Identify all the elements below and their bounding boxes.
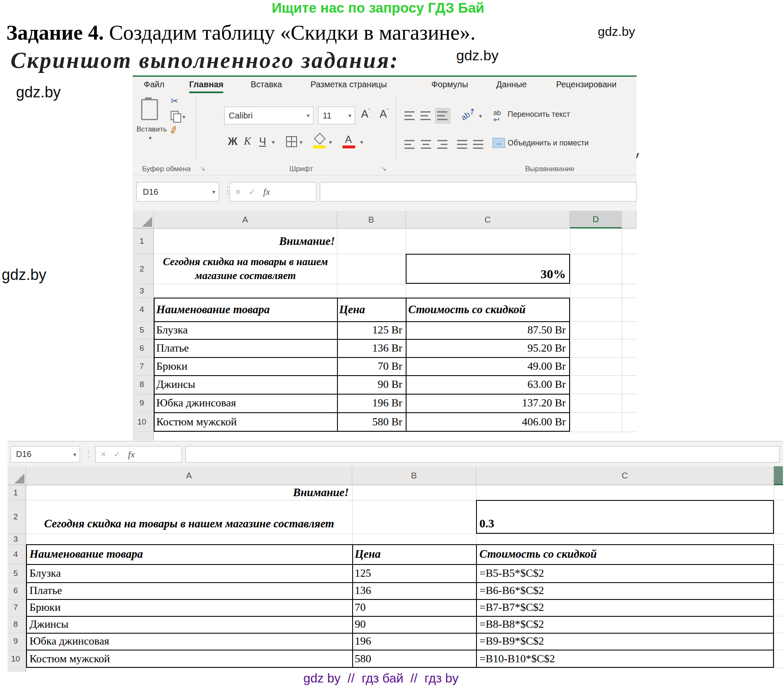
tab-data[interactable]: Данные bbox=[496, 80, 527, 89]
tab-file[interactable]: Файл bbox=[144, 80, 164, 89]
column-header-b[interactable]: B bbox=[352, 466, 476, 485]
group-clipboard-label: Буфер обмена bbox=[137, 165, 196, 173]
caret-down-icon: ˇ bbox=[387, 108, 389, 115]
cancel-icon[interactable]: × bbox=[235, 186, 241, 198]
format-painter-button[interactable]: ✐ bbox=[168, 123, 180, 137]
borders-icon bbox=[287, 141, 296, 142]
formula-bar-controls: × ✓ fx bbox=[95, 446, 182, 462]
row-header[interactable]: 6 bbox=[8, 582, 24, 599]
row-header[interactable]: 3 bbox=[133, 284, 151, 298]
row-header[interactable]: 9 bbox=[8, 633, 24, 650]
orientation-button[interactable]: ab↗ bbox=[459, 105, 478, 122]
name-box[interactable]: D16 ▾ bbox=[11, 446, 80, 462]
font-color-icon: А bbox=[345, 134, 352, 145]
row-header[interactable]: 4 bbox=[8, 544, 24, 564]
tab-page-layout[interactable]: Разметка страницы bbox=[310, 80, 387, 89]
row-header[interactable]: 1 bbox=[133, 228, 151, 254]
watermark: gdz.by bbox=[456, 47, 498, 64]
table-border bbox=[154, 357, 570, 358]
formula-input[interactable] bbox=[320, 182, 637, 202]
align-right-button[interactable] bbox=[436, 139, 447, 150]
decrease-indent-button[interactable] bbox=[457, 139, 468, 150]
row-header[interactable]: 1 bbox=[8, 485, 24, 500]
cut-button[interactable]: ✂ bbox=[171, 96, 178, 107]
increase-font-button[interactable]: Аˆ bbox=[361, 108, 370, 121]
align-bottom-button[interactable] bbox=[435, 108, 450, 124]
row-header[interactable]: 8 bbox=[133, 375, 151, 394]
row-header[interactable]: 3 bbox=[8, 534, 24, 544]
select-all-icon bbox=[14, 473, 24, 484]
decrease-indent-icon bbox=[457, 140, 467, 141]
name-box[interactable]: D16 ▾ bbox=[136, 182, 219, 202]
column-header-c[interactable]: C bbox=[476, 466, 774, 485]
scissors-icon: ✂ bbox=[171, 96, 178, 106]
increase-indent-button[interactable] bbox=[473, 139, 484, 150]
column-header-c[interactable]: C bbox=[406, 211, 570, 228]
font-name-value: Calibri bbox=[229, 111, 253, 121]
row-header[interactable]: 9 bbox=[133, 394, 151, 412]
dialog-launcher-icon[interactable]: ↘ bbox=[200, 165, 206, 172]
task-number: Задание 4. bbox=[6, 21, 104, 44]
column-header-b[interactable]: B bbox=[337, 211, 406, 228]
row-header[interactable]: 7 bbox=[8, 599, 24, 616]
column-header-a[interactable]: A bbox=[26, 466, 352, 485]
row-header[interactable]: 2 bbox=[8, 500, 24, 534]
font-color-swatch bbox=[342, 145, 355, 148]
table-border bbox=[154, 339, 570, 340]
align-top-button[interactable] bbox=[404, 110, 415, 121]
caret-up-icon: ˆ bbox=[368, 108, 370, 115]
tab-home[interactable]: Главная bbox=[189, 80, 223, 93]
cell-a2[interactable]: Сегодня скидка на товары в нашем магазин… bbox=[26, 500, 352, 530]
drag-handle-icon[interactable]: ⋮ bbox=[84, 449, 93, 459]
row-header[interactable]: 7 bbox=[133, 357, 151, 375]
fx-icon[interactable]: fx bbox=[263, 186, 270, 197]
row-header[interactable]: 4 bbox=[133, 298, 151, 321]
dialog-launcher-icon[interactable]: ↘ bbox=[381, 165, 387, 172]
cell-a1[interactable]: Внимание! bbox=[154, 228, 335, 254]
row-header[interactable]: 10 bbox=[133, 412, 151, 432]
cell-a1[interactable]: Внимание! bbox=[26, 485, 349, 500]
select-all-corner[interactable] bbox=[8, 466, 26, 485]
tab-formulas[interactable]: Формулы bbox=[431, 80, 468, 89]
enter-icon[interactable]: ✓ bbox=[114, 449, 120, 459]
task-text: Создадим таблицу «Скидки в магазине». bbox=[104, 21, 476, 44]
cell-border-c2 bbox=[476, 500, 774, 534]
borders-button[interactable] bbox=[286, 136, 297, 147]
table-border bbox=[154, 321, 570, 322]
promo-header: Ищите нас по запросу ГДЗ Бай bbox=[272, 0, 484, 16]
decrease-font-button[interactable]: Аˇ bbox=[380, 108, 389, 121]
align-middle-button[interactable] bbox=[420, 110, 431, 121]
underline-button[interactable]: Ч bbox=[259, 135, 266, 148]
column-header-partial[interactable] bbox=[622, 211, 637, 228]
font-size-value: 11 bbox=[323, 111, 332, 121]
group-alignment-label: Выравнивание bbox=[491, 165, 609, 173]
column-header-a[interactable]: A bbox=[154, 211, 337, 228]
bold-button[interactable]: Ж bbox=[228, 135, 238, 148]
cell-a2[interactable]: Сегодня скидка на товары в нашем магазин… bbox=[155, 254, 335, 284]
row-header[interactable]: 5 bbox=[8, 564, 24, 582]
tab-insert[interactable]: Вставка bbox=[251, 80, 282, 89]
font-name-combobox[interactable]: Calibri ▾ bbox=[224, 107, 313, 124]
column-header-d-selected[interactable]: D bbox=[570, 211, 622, 228]
chevron-down-icon: ▾ bbox=[182, 113, 185, 120]
chevron-down-icon: ▾ bbox=[212, 188, 215, 195]
row-header[interactable]: 8 bbox=[8, 616, 24, 633]
enter-icon[interactable]: ✓ bbox=[249, 187, 256, 197]
fx-icon[interactable]: fx bbox=[128, 449, 135, 460]
tab-review[interactable]: Рецензировани bbox=[556, 80, 616, 89]
table-border bbox=[337, 298, 338, 432]
row-header[interactable]: 6 bbox=[133, 339, 151, 357]
font-size-combobox[interactable]: 11 ▾ bbox=[318, 107, 355, 124]
row-header[interactable]: 5 bbox=[133, 321, 151, 339]
table-border bbox=[26, 582, 774, 583]
row-header[interactable]: 10 bbox=[8, 650, 24, 668]
select-all-corner[interactable] bbox=[133, 211, 154, 228]
row-header[interactable]: 2 bbox=[133, 254, 151, 284]
align-left-button[interactable] bbox=[404, 139, 415, 150]
cancel-icon[interactable]: × bbox=[101, 449, 106, 460]
formula-input[interactable] bbox=[185, 446, 780, 462]
group-font-label: Шрифт bbox=[272, 165, 331, 173]
italic-button[interactable]: К bbox=[244, 135, 251, 147]
column-header-d-partial[interactable] bbox=[774, 466, 783, 485]
align-center-button[interactable] bbox=[420, 139, 431, 150]
